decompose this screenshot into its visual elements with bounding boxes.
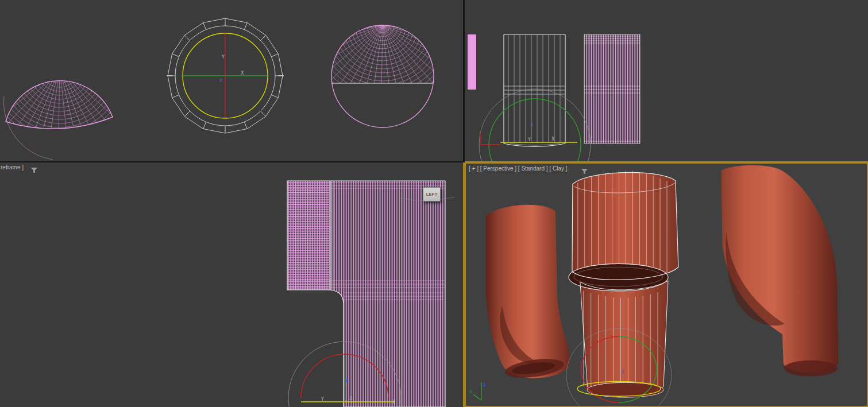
axis-labels-top-left: Y X Z (219, 55, 244, 83)
clay-object-right[interactable] (721, 165, 838, 377)
gizmo-z-label: Z (621, 370, 624, 374)
axis-label-y: Y (527, 137, 531, 142)
axis-label-x: X (349, 396, 353, 401)
axis-label-z: Z (531, 123, 534, 127)
viewport-label-bottom-left[interactable]: reframe ] (1, 164, 24, 171)
box-wire-dense[interactable] (584, 34, 640, 144)
cylinder-wireframe[interactable] (504, 34, 565, 147)
hemisphere-wire-side[interactable] (0, 0, 137, 160)
viewport-top-left[interactable]: Y X Z (0, 0, 463, 161)
viewport-top-left-canvas[interactable]: Y X Z (0, 0, 463, 161)
plane-wire-strip[interactable] (468, 34, 476, 90)
axis-label-y: Y (321, 397, 324, 402)
world-axis-tripod (473, 382, 481, 400)
left-view-tooltip: LEFT (423, 187, 441, 201)
viewport-top-right-canvas[interactable]: Z Y X (465, 0, 868, 161)
axis-label-y: Y (221, 55, 225, 60)
viewport-bottom-right-canvas[interactable]: Z X Z (466, 164, 867, 406)
rotate-gizmo[interactable] (479, 89, 591, 161)
viewport-label-bottom-right[interactable]: [ + ] [ Perspective ] [ Standard ] [ Cla… (469, 165, 567, 172)
axis-label-x: X (241, 71, 244, 76)
axis-label-z: Z (219, 78, 222, 83)
viewport-bottom-left-canvas[interactable]: Y X Z (0, 162, 463, 407)
viewport-quad: Y X Z Z Y X Y X Z reframe ] (0, 0, 868, 407)
viewport-bottom-left[interactable]: Y X Z reframe ] LEFT (0, 162, 463, 407)
viewport-top-right[interactable]: Z Y X (465, 0, 868, 161)
tripod-x-label: X (469, 390, 472, 394)
clay-object-center-selected[interactable] (569, 170, 678, 397)
clay-object-left[interactable] (486, 205, 570, 381)
funnel-icon (581, 168, 588, 175)
hemisphere-wire-front[interactable] (296, 0, 463, 127)
tripod-z-label: Z (483, 383, 486, 387)
axis-label-x: X (551, 137, 555, 142)
funnel-icon (30, 167, 38, 173)
lshape-wireframe[interactable] (287, 181, 455, 407)
viewport-filter-button[interactable] (30, 165, 38, 172)
viewport-bottom-right-active[interactable]: Z X Z [ + ] [ Perspective ] [ Standard ]… (465, 162, 868, 407)
transform-gizmo-top[interactable] (167, 33, 284, 118)
axis-label-z: Z (345, 378, 348, 383)
viewport-filter-button[interactable] (581, 166, 588, 173)
